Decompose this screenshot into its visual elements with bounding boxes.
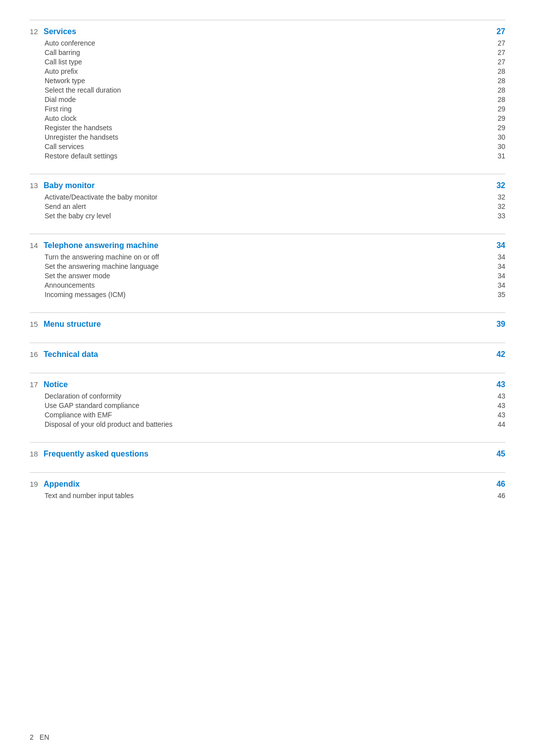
toc-item-page: 43	[491, 392, 505, 400]
toc-item: Auto clock29	[30, 114, 505, 122]
section-title-15: Menu structure	[44, 320, 491, 329]
toc-item: Declaration of conformity43	[30, 392, 505, 400]
toc-item-label: Incoming messages (ICM)	[30, 291, 491, 299]
section-title-13: Baby monitor	[44, 181, 491, 190]
toc-item-label: Text and number input tables	[30, 492, 491, 500]
toc-item-label: Set the answering machine language	[30, 262, 491, 270]
toc-item-label: Turn the answering machine on or off	[30, 253, 491, 261]
toc-item: Restore default settings31	[30, 152, 505, 160]
toc-item: Call services30	[30, 143, 505, 151]
toc-heading-row-14: 14Telephone answering machine34	[30, 241, 505, 250]
toc-item-page: 30	[491, 143, 505, 151]
toc-item: Auto conference27	[30, 39, 505, 47]
divider-17	[30, 373, 505, 373]
toc-item-label: First ring	[30, 105, 491, 113]
section-number-15: 15	[30, 320, 41, 328]
section-number-13: 13	[30, 181, 41, 190]
toc-item: Set the baby cry level33	[30, 212, 505, 220]
toc-section-14: 14Telephone answering machine34Turn the …	[30, 234, 505, 299]
footer: 2 EN	[30, 733, 49, 741]
divider-16	[30, 343, 505, 343]
toc-item-page: 32	[491, 193, 505, 201]
section-page-16: 42	[491, 350, 505, 359]
toc-item-label: Set the baby cry level	[30, 212, 491, 220]
toc-item-label: Announcements	[30, 281, 491, 289]
toc-item-label: Network type	[30, 77, 491, 85]
toc-item: Send an alert32	[30, 202, 505, 210]
toc-item-label: Auto conference	[30, 39, 491, 47]
toc-item-label: Register the handsets	[30, 124, 491, 132]
section-number-12: 12	[30, 27, 41, 36]
toc-item-label: Restore default settings	[30, 152, 491, 160]
divider-18	[30, 442, 505, 443]
toc-heading-row-16: 16Technical data42	[30, 350, 505, 359]
section-number-16: 16	[30, 350, 41, 358]
divider-19	[30, 472, 505, 473]
toc-item-page: 29	[491, 105, 505, 113]
section-title-12: Services	[44, 27, 491, 36]
toc-item-page: 34	[491, 281, 505, 289]
toc-item-page: 28	[491, 86, 505, 94]
toc-item-label: Use GAP standard compliance	[30, 402, 491, 409]
section-number-19: 19	[30, 480, 41, 488]
toc-item: Dial mode28	[30, 96, 505, 103]
toc-item: Text and number input tables46	[30, 492, 505, 500]
toc-section-15: 15Menu structure39	[30, 312, 505, 329]
toc-item-page: 29	[491, 124, 505, 132]
toc-item: First ring29	[30, 105, 505, 113]
toc-item-label: Disposal of your old product and batteri…	[30, 420, 491, 428]
divider-15	[30, 312, 505, 313]
divider-14	[30, 234, 505, 234]
section-page-13: 32	[491, 181, 505, 190]
toc-item: Activate/Deactivate the baby monitor32	[30, 193, 505, 201]
toc-item-label: Dial mode	[30, 96, 491, 103]
toc-item-page: 43	[491, 402, 505, 409]
section-page-14: 34	[491, 241, 505, 250]
section-title-14: Telephone answering machine	[44, 241, 491, 250]
footer-language: EN	[40, 733, 49, 741]
toc-item-label: Auto clock	[30, 114, 491, 122]
toc-item: Unregister the handsets30	[30, 133, 505, 141]
toc-item-page: 28	[491, 77, 505, 85]
toc-section-19: 19Appendix46Text and number input tables…	[30, 472, 505, 500]
toc-item-page: 43	[491, 411, 505, 419]
toc-item-page: 46	[491, 492, 505, 500]
toc-item-label: Compliance with EMF	[30, 411, 491, 419]
toc-item-page: 27	[491, 39, 505, 47]
toc-item: Turn the answering machine on or off34	[30, 253, 505, 261]
toc-item-label: Auto prefix	[30, 67, 491, 75]
section-title-17: Notice	[44, 380, 491, 389]
toc-item: Set the answer mode34	[30, 272, 505, 280]
toc-item: Disposal of your old product and batteri…	[30, 420, 505, 428]
toc-item-page: 31	[491, 152, 505, 160]
divider-12	[30, 20, 505, 20]
toc-item: Set the answering machine language34	[30, 262, 505, 270]
toc-item-label: Select the recall duration	[30, 86, 491, 94]
section-title-16: Technical data	[44, 350, 491, 359]
toc-item-page: 34	[491, 262, 505, 270]
toc-heading-row-18: 18Frequently asked questions45	[30, 450, 505, 458]
section-number-18: 18	[30, 450, 41, 458]
section-page-15: 39	[491, 320, 505, 329]
toc-section-18: 18Frequently asked questions45	[30, 442, 505, 458]
toc-heading-row-12: 12Services27	[30, 27, 505, 36]
toc-item-page: 27	[491, 58, 505, 66]
toc-item: Auto prefix28	[30, 67, 505, 75]
toc-item-page: 27	[491, 49, 505, 56]
toc-item-page: 32	[491, 202, 505, 210]
toc-item-page: 28	[491, 96, 505, 103]
toc-item: Announcements34	[30, 281, 505, 289]
section-title-18: Frequently asked questions	[44, 450, 491, 458]
toc-section-16: 16Technical data42	[30, 343, 505, 359]
toc-heading-row-13: 13Baby monitor32	[30, 181, 505, 190]
toc-heading-row-15: 15Menu structure39	[30, 320, 505, 329]
toc-item-label: Call barring	[30, 49, 491, 56]
toc-item-label: Unregister the handsets	[30, 133, 491, 141]
toc-item-label: Set the answer mode	[30, 272, 491, 280]
toc-item-page: 44	[491, 420, 505, 428]
section-number-17: 17	[30, 380, 41, 389]
section-title-19: Appendix	[44, 480, 491, 489]
section-page-17: 43	[491, 380, 505, 389]
toc-section-12: 12Services27Auto conference27Call barrin…	[30, 20, 505, 160]
toc-item: Register the handsets29	[30, 124, 505, 132]
